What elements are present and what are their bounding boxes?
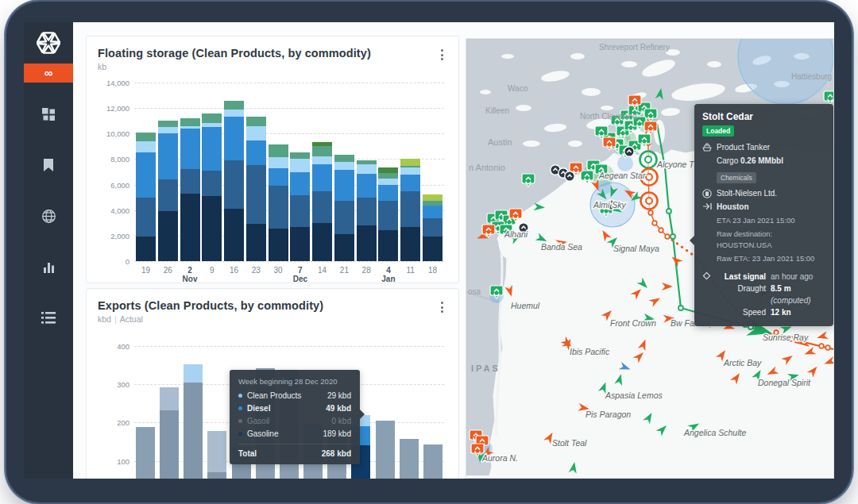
sidebar-item-workspace[interactable]: ∞ xyxy=(24,63,73,83)
tooltip-series-row: Gasoil0 kbd xyxy=(238,417,351,425)
lake xyxy=(501,54,514,59)
app-window: ∞ Floating storage (Clean Products, by c… xyxy=(24,22,834,479)
bar-segment xyxy=(136,427,155,479)
device-frame: ∞ Floating storage (Clean Products, by c… xyxy=(6,2,852,502)
exports-bar[interactable] xyxy=(136,427,155,479)
bar-segment xyxy=(207,431,226,472)
app-logo[interactable] xyxy=(24,22,73,63)
sidebar-item-dashboards[interactable] xyxy=(24,95,73,133)
zone-ring-center xyxy=(646,174,652,180)
segment-navy xyxy=(423,237,443,261)
tooltip-pointer xyxy=(360,410,365,419)
stacked-bar-21[interactable] xyxy=(334,155,354,261)
exports-bar[interactable] xyxy=(400,439,419,479)
route-waypoint[interactable] xyxy=(652,221,657,225)
stacked-bar-23[interactable] xyxy=(246,117,266,261)
stacked-bar-7-Dec[interactable] xyxy=(290,152,310,261)
bar-segment xyxy=(160,410,179,479)
y-tick-label: 0 xyxy=(98,257,129,266)
y-tick-label: 2,000 xyxy=(98,232,129,240)
segment-navy xyxy=(224,209,244,261)
segment-navy xyxy=(400,227,420,261)
kebab-menu-icon[interactable] xyxy=(435,300,449,314)
route-waypoint[interactable] xyxy=(659,228,663,233)
exports-bar[interactable] xyxy=(423,444,443,479)
vessel-label: Sunrise Ray xyxy=(763,333,809,342)
lake xyxy=(480,90,491,94)
lake xyxy=(601,106,613,110)
route-waypoint[interactable] xyxy=(665,234,670,239)
stacked-bar-14[interactable] xyxy=(312,142,332,261)
x-tick-label: 11 xyxy=(400,266,420,283)
segment-sky xyxy=(136,141,156,152)
stacked-bar-11[interactable] xyxy=(400,159,420,261)
x-tick-label: 19 xyxy=(136,266,156,283)
stacked-bar-19[interactable] xyxy=(136,133,156,261)
x-tick-label: 4 Jan xyxy=(378,266,398,283)
segment-sky xyxy=(290,159,310,171)
stacked-bar-16[interactable] xyxy=(224,101,244,261)
y-tick-label: 6,000 xyxy=(98,181,129,190)
sidebar: ∞ xyxy=(24,22,73,479)
stacked-bar-2-Nov[interactable] xyxy=(180,118,200,261)
vessel-pin-marker[interactable] xyxy=(565,171,574,181)
exports-bar[interactable] xyxy=(207,431,226,479)
sidebar-nav: ∞ xyxy=(24,63,73,337)
floating-storage-card: Floating storage (Clean Products, by com… xyxy=(86,36,459,283)
exports-bar[interactable] xyxy=(160,387,179,479)
segment-blue xyxy=(423,206,443,218)
draught-value: 8.5 m (computed) xyxy=(771,283,825,306)
segment-steel xyxy=(357,198,377,225)
stacked-bar-30[interactable] xyxy=(269,144,288,261)
lake xyxy=(707,61,721,67)
vessel-pin-marker[interactable] xyxy=(624,147,634,156)
zone-ring-center xyxy=(646,198,652,204)
route-waypoint[interactable] xyxy=(825,345,830,350)
x-tick-label: 30 xyxy=(269,266,288,283)
x-tick-label: 28 xyxy=(357,266,377,283)
sidebar-item-analytics[interactable] xyxy=(24,248,73,286)
bar-segment xyxy=(376,421,395,479)
sidebar-item-map[interactable] xyxy=(24,197,73,235)
segment-teal xyxy=(224,101,244,110)
stacked-bar-18[interactable] xyxy=(423,194,443,261)
vessel-label: Pis Paragon xyxy=(586,410,631,419)
segment-blue xyxy=(290,172,310,196)
vessel-label: Signal Maya xyxy=(613,244,659,253)
segment-sky xyxy=(158,127,178,133)
exports-tooltip-total: Total 268 kbd xyxy=(238,444,351,458)
stacked-bar-28[interactable] xyxy=(357,160,377,261)
stacked-bar-4-Jan[interactable] xyxy=(378,167,398,261)
route-waypoint[interactable] xyxy=(671,234,675,239)
speed-label: Speed xyxy=(721,306,766,318)
x-tick-label: 26 xyxy=(158,266,178,283)
y-tick-label: 8,000 xyxy=(98,155,129,164)
segment-steel xyxy=(269,186,288,229)
route-waypoint[interactable] xyxy=(678,306,683,310)
exports-unit-label: kbd xyxy=(98,314,111,324)
segment-blue xyxy=(378,185,398,200)
exports-bar[interactable] xyxy=(184,364,203,479)
stacked-bar-9[interactable] xyxy=(202,113,222,261)
route-waypoint[interactable] xyxy=(819,344,824,348)
kebab-menu-icon[interactable] xyxy=(435,48,449,62)
exports-bar[interactable] xyxy=(376,421,395,479)
segment-sky xyxy=(269,157,288,168)
route-waypoint[interactable] xyxy=(648,210,653,215)
sidebar-item-saved[interactable] xyxy=(24,146,73,184)
vessel-label: Donegal Spirit xyxy=(758,378,811,387)
vessel-label: Arctic Bay xyxy=(723,358,762,367)
stacked-bar-26[interactable] xyxy=(158,121,178,261)
segment-teal xyxy=(269,144,288,157)
segment-steel xyxy=(224,160,244,209)
map-card[interactable]: Shreveport RefineryWacoKilleenAustinNort… xyxy=(466,38,834,479)
segment-steel xyxy=(290,195,310,226)
vessel-label: Ibis Pacific xyxy=(570,347,610,356)
segment-blue xyxy=(269,168,288,187)
sidebar-item-lists[interactable] xyxy=(24,298,73,337)
x-tick-label: 18 xyxy=(423,266,443,283)
segment-teal xyxy=(290,152,310,160)
segment-steel xyxy=(202,171,222,196)
route-waypoint[interactable] xyxy=(667,209,671,214)
segment-steel xyxy=(312,191,332,222)
